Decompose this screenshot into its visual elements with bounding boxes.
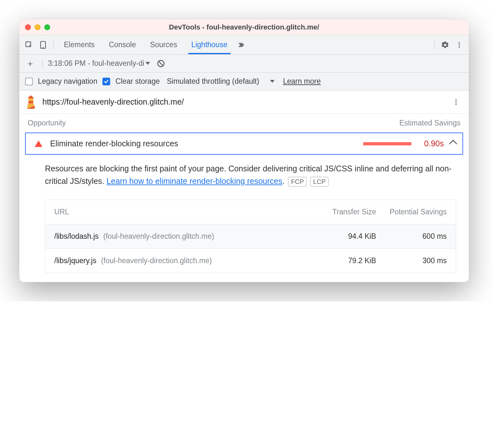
metric-badge-fcp: FCP [288,177,307,186]
opportunity-header-row: Opportunity Estimated Savings [19,114,469,131]
tab-lighthouse[interactable]: Lighthouse [184,35,235,54]
main-toolbar: Elements Console Sources Lighthouse [19,35,469,55]
more-tabs-icon[interactable] [235,39,248,51]
zoom-window-button[interactable] [44,24,50,30]
svg-marker-8 [28,95,34,98]
toolbar-divider [42,59,43,68]
tab-label: Elements [64,40,95,49]
clear-report-icon[interactable] [154,57,167,70]
audit-fail-icon [35,141,42,147]
cell-savings: 300 ms [376,256,447,265]
tab-elements[interactable]: Elements [57,35,102,54]
lighthouse-icon [25,95,37,109]
svg-point-3 [459,42,460,43]
audit-savings-value: 0.90s [424,139,444,148]
cell-savings: 600 ms [376,232,447,241]
settings-icon[interactable] [439,39,452,51]
table-row: /libs/jquery.js (foul-heavenly-direction… [45,248,456,273]
clear-storage-checkbox[interactable] [102,78,110,85]
learn-more-link[interactable]: Learn more [283,77,321,86]
tab-label: Console [109,40,136,49]
report-menu-icon[interactable] [450,96,462,108]
panel-tabs: Elements Console Sources Lighthouse [57,35,234,54]
cell-size: 79.2 KiB [312,256,376,265]
blocking-resources-table: URL Transfer Size Potential Savings /lib… [45,200,456,273]
toolbar-divider [53,40,54,50]
svg-point-5 [459,46,460,47]
metric-badge-lcp: LCP [310,177,329,186]
toolbar-divider [435,40,435,50]
table-row: /libs/lodash.js (foul-heavenly-direction… [45,224,456,248]
report-url: https://foul-heavenly-direction.glitch.m… [42,97,184,107]
report-select-label: 3:18:06 PM - foul-heavenly-di [48,59,144,68]
legacy-navigation-checkbox[interactable] [25,78,33,85]
cell-url: /libs/lodash.js (foul-heavenly-direction… [54,232,312,241]
report-url-row: https://foul-heavenly-direction.glitch.m… [19,90,469,114]
inspect-element-icon[interactable] [22,39,35,51]
audit-render-blocking[interactable]: Eliminate render-blocking resources 0.90… [25,133,463,155]
col-size: Transfer Size [312,208,376,216]
audit-savings-bar [363,142,411,145]
new-report-button[interactable]: ＋ [24,57,37,70]
audit-learn-link[interactable]: Learn how to eliminate render-blocking r… [107,177,283,185]
opportunity-heading: Opportunity [28,119,66,127]
report-select[interactable]: 3:18:06 PM - foul-heavenly-di [48,59,150,68]
tab-sources[interactable]: Sources [143,35,184,54]
svg-point-13 [455,99,457,100]
minimize-window-button[interactable] [35,24,40,30]
chevron-up-icon[interactable] [449,140,457,148]
col-savings: Potential Savings [376,208,447,216]
legacy-navigation-label: Legacy navigation [38,77,97,86]
svg-line-7 [159,61,163,65]
svg-rect-10 [29,101,33,104]
audit-description-suffix: . [282,177,285,185]
lighthouse-options: Legacy navigation Clear storage Simulate… [19,73,469,90]
tab-console[interactable]: Console [102,35,143,54]
resource-path: /libs/lodash.js [54,232,99,240]
window-controls [19,24,50,30]
tab-label: Lighthouse [191,40,228,49]
svg-rect-9 [29,98,33,101]
resource-host: (foul-heavenly-direction.glitch.me) [103,232,214,240]
lighthouse-toolbar: ＋ 3:18:06 PM - foul-heavenly-di [19,55,469,73]
tab-label: Sources [150,40,177,49]
audit-description: Resources are blocking the first paint o… [19,155,469,191]
audit-title: Eliminate render-blocking resources [50,139,363,148]
col-url: URL [54,208,312,216]
svg-point-4 [459,44,460,45]
devtools-window: DevTools - foul-heavenly-direction.glitc… [19,19,469,282]
window-title: DevTools - foul-heavenly-direction.glitc… [19,23,469,31]
close-window-button[interactable] [25,24,31,30]
resource-host: (foul-heavenly-direction.glitch.me) [101,256,212,265]
chevron-down-icon[interactable] [270,80,275,83]
svg-point-14 [455,101,457,102]
chevron-down-icon [145,62,150,65]
throttling-label: Simulated throttling (default) [167,77,259,86]
clear-storage-label: Clear storage [115,77,160,86]
cell-url: /libs/jquery.js (foul-heavenly-direction… [54,256,312,265]
resource-path: /libs/jquery.js [54,256,96,265]
device-toolbar-icon[interactable] [37,39,49,51]
cell-size: 94.4 KiB [312,232,376,241]
table-header-row: URL Transfer Size Potential Savings [45,200,456,224]
kebab-menu-icon[interactable] [453,39,466,51]
titlebar: DevTools - foul-heavenly-direction.glitc… [19,19,469,35]
savings-heading: Estimated Savings [400,119,461,127]
svg-point-15 [455,103,457,105]
